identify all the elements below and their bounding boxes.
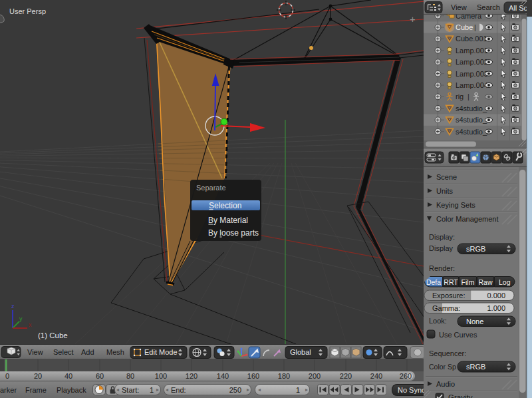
svg-text:Add: Add — [81, 348, 94, 356]
svg-text:Color Management: Color Management — [436, 215, 499, 223]
svg-text:Lamp.001: Lamp.001 — [456, 47, 488, 55]
svg-text:Mesh: Mesh — [106, 348, 124, 356]
svg-text:Select: Select — [53, 348, 74, 356]
svg-text:sRGB: sRGB — [466, 363, 485, 371]
svg-text:Use Curves: Use Curves — [439, 331, 477, 339]
svg-text:Scene: Scene — [436, 173, 457, 181]
svg-text:Gravity: Gravity — [448, 393, 473, 398]
svg-text:Sequencer:: Sequencer: — [429, 349, 466, 357]
svg-text:Lamp.002: Lamp.002 — [456, 58, 488, 66]
svg-text:160: 160 — [247, 372, 259, 380]
svg-text:0: 0 — [5, 372, 9, 380]
svg-text:180: 180 — [278, 372, 290, 380]
svg-text:By loose parts: By loose parts — [208, 228, 259, 238]
svg-text:120: 120 — [186, 372, 198, 380]
svg-text:|: | — [467, 93, 469, 100]
svg-text:+: + — [410, 13, 416, 25]
svg-text:Film: Film — [462, 278, 475, 286]
svg-text:None: None — [466, 317, 483, 325]
svg-text:Cube: Cube — [456, 23, 473, 31]
svg-text:All Sce: All Sce — [509, 4, 527, 12]
svg-text:Search: Search — [477, 3, 500, 11]
svg-text:Global: Global — [290, 348, 311, 356]
svg-text:Separate: Separate — [196, 184, 226, 192]
svg-text:s4studio_r: s4studio_r — [456, 104, 489, 112]
svg-text:Cube.001: Cube.001 — [456, 35, 487, 43]
svg-text:140: 140 — [217, 372, 229, 380]
svg-text:Defa: Defa — [426, 278, 441, 286]
svg-text:80: 80 — [126, 372, 134, 380]
svg-text:(1) Cube: (1) Cube — [38, 331, 68, 339]
svg-text:|: | — [474, 23, 476, 31]
svg-text:60: 60 — [96, 372, 104, 380]
svg-text:Lamp.003: Lamp.003 — [456, 70, 488, 78]
svg-text:240: 240 — [370, 372, 382, 380]
svg-text:Color Sp: Color Sp — [429, 363, 456, 371]
svg-text:Audio: Audio — [436, 380, 455, 388]
svg-text:sRGB: sRGB — [466, 245, 485, 253]
svg-text:By Material: By Material — [208, 216, 248, 225]
svg-text:View: View — [27, 348, 43, 356]
svg-text:Edit Mode: Edit Mode — [144, 348, 178, 356]
svg-text:0.000: 0.000 — [487, 292, 505, 299]
svg-text:Render:: Render: — [429, 264, 455, 272]
svg-text:rig: rig — [456, 93, 464, 100]
svg-text:View: View — [451, 3, 467, 11]
svg-text:40: 40 — [65, 372, 72, 380]
svg-text:y: y — [19, 315, 23, 322]
svg-text:RRT: RRT — [444, 278, 458, 286]
svg-text:User Persp: User Persp — [9, 7, 46, 15]
svg-text:260: 260 — [400, 372, 412, 380]
svg-text:Display: Display — [429, 244, 454, 252]
svg-text:Look:: Look: — [429, 317, 447, 325]
svg-text:200: 200 — [309, 372, 321, 380]
svg-text:Log: Log — [499, 278, 511, 286]
svg-text:x: x — [29, 321, 32, 328]
svg-text:Gamma:: Gamma: — [432, 304, 460, 312]
svg-text:Lamp.004: Lamp.004 — [456, 81, 488, 89]
svg-text:s4studio_r: s4studio_r — [456, 116, 489, 124]
svg-text:Selection: Selection — [209, 201, 241, 210]
svg-text:Units: Units — [436, 187, 454, 195]
svg-text:1.000: 1.000 — [487, 304, 505, 312]
svg-text:Display:: Display: — [429, 233, 455, 241]
svg-text:220: 220 — [340, 372, 352, 380]
svg-text:Keying Sets: Keying Sets — [436, 201, 475, 209]
svg-text:20: 20 — [34, 372, 42, 380]
svg-text:100: 100 — [155, 372, 167, 380]
svg-text:z: z — [11, 303, 15, 309]
svg-text:Exposure:: Exposure: — [432, 292, 466, 299]
svg-text:s4studio_r: s4studio_r — [456, 128, 489, 136]
svg-text:Raw: Raw — [478, 278, 492, 286]
